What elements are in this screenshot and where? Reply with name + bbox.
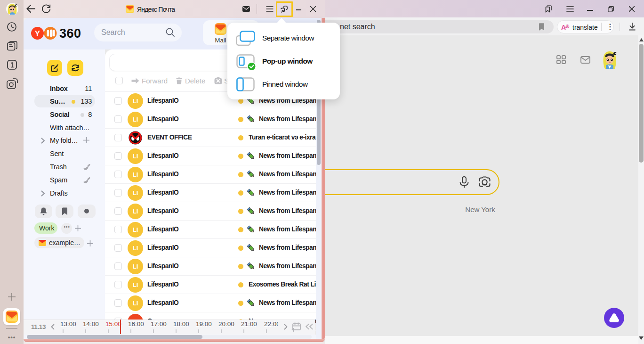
svg-text:Y: Y (35, 29, 40, 38)
svg-text:あ: あ (565, 24, 570, 28)
